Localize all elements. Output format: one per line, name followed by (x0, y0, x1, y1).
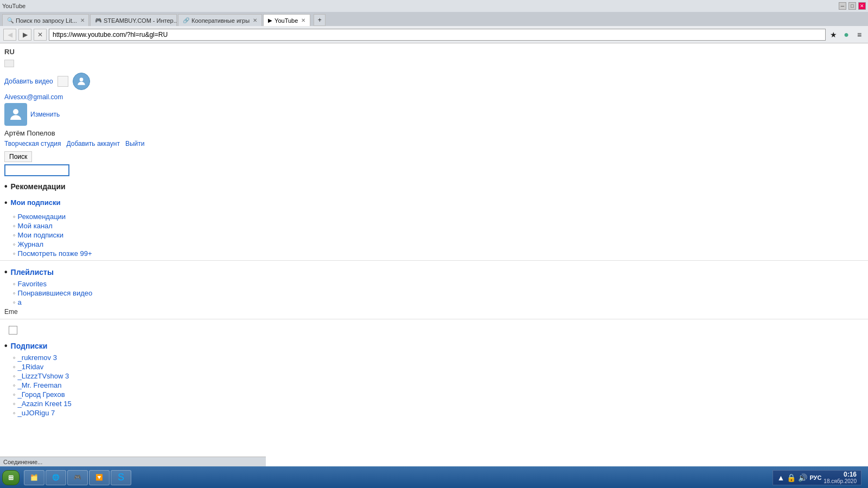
my-subscriptions-link[interactable]: Мои подписки (11, 198, 61, 207)
tray-volume-icon[interactable]: 🔊 (798, 473, 807, 482)
change-photo-link[interactable]: Изменить (30, 111, 60, 118)
new-tab-button[interactable]: + (314, 14, 326, 26)
search-button[interactable]: Поиск (4, 151, 32, 162)
tray-language[interactable]: РУС (809, 474, 821, 481)
sub-rukremov-link[interactable]: _rukremov 3 (18, 354, 57, 362)
sub-items-list: Рекомендации Мой канал Мои подписки Журн… (13, 212, 868, 258)
browser-chrome: YouTube ─ □ ✕ 🔍 Поиск по запросу Lit... … (0, 0, 868, 43)
taskbar-apps: 🗂️ 🌐 🎮 🔽 S (24, 470, 768, 485)
nav-sub-items: Рекомендации Мой канал Мои подписки Журн… (0, 211, 868, 264)
tab-coop-close[interactable]: ✕ (253, 17, 257, 23)
taskbar-right: ▲ 🔒 🔊 РУС 0:16 18.сябр.2020 (768, 470, 866, 485)
taskbar-app-explorer[interactable]: 🗂️ (24, 470, 44, 485)
subscriptions-list: _rukremov 3 _1Ridav _LizzzTVshow 3 _Mr. … (13, 353, 868, 418)
taskbar-app-torrent[interactable]: 🔽 (89, 470, 110, 485)
sub-mrfreeman-link[interactable]: _Mr. Freeman (18, 381, 62, 389)
list-item: _1Ridav (13, 362, 868, 371)
list-item: Понравившиеся видео (13, 288, 868, 298)
window-controls: ─ □ ✕ (839, 2, 866, 10)
sub-lizztvshow-link[interactable]: _LizzzTVshow 3 (18, 372, 69, 380)
tab-steambuy[interactable]: 🎮 STEAMBUY.COM - Интер... ✕ (90, 14, 177, 26)
sub-gorodgrekhov-link[interactable]: _Город Грехов (18, 390, 65, 399)
profile-section: Изменить (0, 101, 868, 128)
tab-steambuy-icon: 🎮 (95, 17, 101, 23)
svg-point-0 (79, 78, 83, 81)
explorer-icon: 🗂️ (29, 472, 40, 483)
sub-1ridav-link[interactable]: _1Ridav (18, 363, 44, 371)
tab-search[interactable]: 🔍 Поиск по запросу Lit... ✕ (2, 14, 89, 26)
playlists-link[interactable]: Плейлисты (11, 268, 54, 277)
sub-ujorigu-link[interactable]: _uJORigu 7 (18, 409, 55, 417)
status-bar: Соединение... (0, 457, 266, 466)
recommendations-sublink[interactable]: Рекомендации (18, 213, 66, 221)
bookmark-star-icon[interactable]: ★ (828, 29, 839, 40)
profile-avatar (4, 103, 27, 126)
search-section: Поиск (0, 149, 868, 178)
divider-1 (0, 260, 868, 261)
nav-recommendations: Рекомендации (0, 178, 868, 195)
restore-button[interactable]: □ (848, 2, 856, 10)
journal-link[interactable]: Журнал (18, 240, 43, 248)
close-button[interactable]: ✕ (858, 2, 866, 10)
upload-button[interactable] (58, 76, 68, 87)
subscriptions-header: Подписки (0, 339, 868, 353)
tray-arrow-icon[interactable]: ▲ (777, 473, 785, 482)
chrome-taskbar-icon: 🌐 (50, 472, 61, 483)
list-item: _rukremov 3 (13, 353, 868, 362)
settings-icon[interactable]: ≡ (854, 29, 865, 40)
list-item: _LizzzTVshow 3 (13, 371, 868, 381)
nav-checkbox-item (0, 323, 868, 338)
creative-studio-link[interactable]: Творческая студия (4, 140, 61, 147)
taskbar-tray: ▲ 🔒 🔊 РУС 0:16 18.сябр.2020 (773, 470, 861, 485)
taskbar: ⊞ 🗂️ 🌐 🎮 🔽 S ▲ 🔒 🔊 РУС 0:16 18.сябр.2020 (0, 466, 868, 488)
navigation-bar: ◀ ▶ ✕ https://www.youtube.com/?hl=ru&gl=… (0, 26, 868, 43)
reload-button[interactable]: ✕ (34, 29, 47, 41)
chrome-icon[interactable]: ● (841, 29, 852, 40)
locale-row: RU (0, 46, 868, 58)
taskbar-app-steam[interactable]: 🎮 (67, 470, 88, 485)
tab-coop[interactable]: 🔗 Кооперативные игры ✕ (178, 14, 262, 26)
recommendations-header: Рекомендации (0, 179, 868, 194)
account-links: Творческая студия Добавить аккаунт Выйти (0, 138, 868, 149)
start-button[interactable]: ⊞ (2, 470, 20, 485)
tab-youtube-close[interactable]: ✕ (301, 17, 305, 23)
subscriptions-link[interactable]: Подписки (11, 342, 48, 350)
add-account-link[interactable]: Добавить аккаунт (67, 140, 120, 147)
profile-avatar-icon (8, 106, 24, 123)
taskbar-app-skype[interactable]: S (111, 470, 131, 485)
liked-videos-link[interactable]: Понравившиеся видео (18, 289, 93, 297)
logout-link[interactable]: Выйти (125, 140, 145, 147)
search-input[interactable] (4, 164, 69, 176)
user-email-link[interactable]: Aivesxx@gmail.com (0, 93, 868, 101)
divider-2 (0, 319, 868, 319)
checkbox-icon[interactable] (9, 326, 17, 335)
my-subscriptions-sublink[interactable]: Мои подписки (18, 231, 63, 239)
list-item: Favorites (13, 279, 868, 288)
taskbar-app-chrome[interactable]: 🌐 (46, 470, 66, 485)
tab-search-close[interactable]: ✕ (80, 17, 85, 23)
tabs-bar: 🔍 Поиск по запросу Lit... ✕ 🎮 STEAMBUY.C… (0, 12, 868, 26)
esche-text: Eme (0, 307, 868, 317)
locale-flag-icon (4, 60, 14, 67)
my-channel-link[interactable]: Мой канал (18, 222, 53, 230)
add-video-link[interactable]: Добавить видео (4, 78, 53, 85)
sub-azazinkreet-link[interactable]: _Azazin Kreet 15 (18, 400, 72, 408)
forward-button[interactable]: ▶ (18, 29, 31, 41)
user-avatar-button[interactable] (73, 73, 90, 90)
list-item: Посмотреть позже 99+ (13, 249, 868, 258)
nav-subscriptions: Подписки _rukremov 3 _1Ridav _LizzzTVsho… (0, 338, 868, 419)
nav-playlists: Плейлисты Favorites Понравившиеся видео … (0, 264, 868, 323)
tab-youtube[interactable]: ▶ YouTube ✕ (263, 14, 310, 26)
minimize-button[interactable]: ─ (839, 2, 846, 10)
tray-clock: 0:16 18.сябр.2020 (824, 471, 857, 484)
top-actions: Добавить видео (0, 69, 868, 93)
playlists-list: Favorites Понравившиеся видео а (13, 279, 868, 307)
address-bar[interactable]: https://www.youtube.com/?hl=ru&gl=RU (49, 29, 826, 41)
favorites-link[interactable]: Favorites (18, 280, 47, 288)
nav-my-subscriptions: Мои подписки (0, 195, 868, 211)
back-button[interactable]: ◀ (3, 29, 16, 41)
playlist-a-link[interactable]: а (18, 298, 22, 306)
watch-later-link[interactable]: Посмотреть позже 99+ (18, 249, 92, 258)
status-text: Соединение... (3, 459, 42, 465)
locale-flag-container (0, 58, 868, 69)
